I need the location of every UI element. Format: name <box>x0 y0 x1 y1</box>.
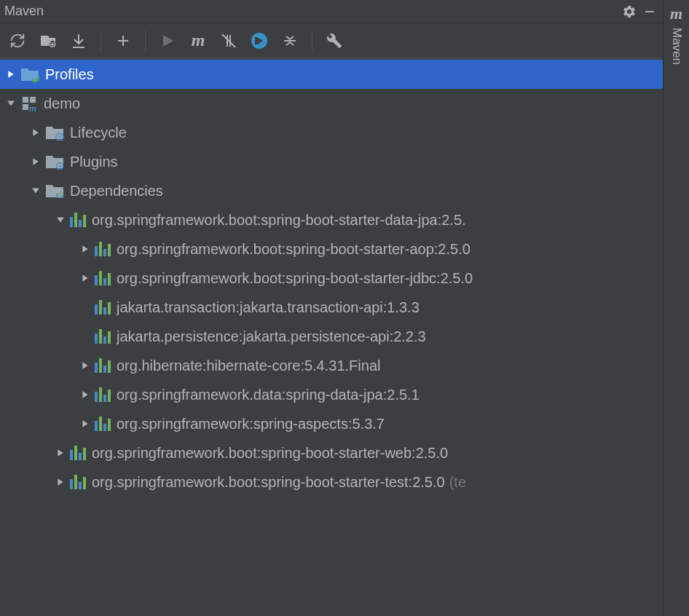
svg-marker-32 <box>82 275 87 282</box>
chevron-right-icon <box>29 155 42 168</box>
tree-label: jakarta.transaction:jakarta.transaction-… <box>117 299 420 316</box>
maven-settings-icon[interactable] <box>324 31 344 51</box>
toolbar-separator <box>101 31 101 51</box>
dependency-tree: Profiles m demo Lifecycle Plugins Depend… <box>0 58 663 616</box>
maven-m-icon: m <box>670 4 682 23</box>
tree-label: org.springframework.boot:spring-boot-sta… <box>92 445 448 462</box>
svg-marker-30 <box>57 217 64 222</box>
svg-marker-36 <box>58 449 63 457</box>
chevron-right-icon <box>54 446 67 459</box>
panel-title-bar: Maven <box>0 0 663 23</box>
maven-panel: Maven m Profiles m demo <box>0 0 663 616</box>
side-tab-label: Maven <box>669 28 684 65</box>
svg-marker-26 <box>32 188 39 193</box>
chevron-right-icon <box>29 126 42 139</box>
svg-marker-20 <box>33 129 38 136</box>
tree-item-project[interactable]: m demo <box>0 89 663 118</box>
toolbar-separator <box>145 31 146 51</box>
tree-label: org.springframework.data:spring-data-jpa… <box>117 387 420 403</box>
tree-label: org.springframework:spring-aspects:5.3.7 <box>117 416 385 433</box>
tree-item-dependency[interactable]: org.springframework.boot:spring-boot-sta… <box>0 234 663 264</box>
library-icon <box>95 358 111 373</box>
tree-item-dependencies[interactable]: Dependencies <box>0 176 663 205</box>
chevron-right-icon <box>79 242 92 256</box>
svg-marker-34 <box>82 391 87 398</box>
svg-point-22 <box>59 136 60 138</box>
panel-title: Maven <box>4 4 618 19</box>
toggle-offline-icon[interactable] <box>218 31 239 51</box>
add-project-icon[interactable] <box>113 31 133 51</box>
library-icon <box>95 271 111 285</box>
tree-item-dependency[interactable]: jakarta.persistence:jakarta.persistence-… <box>0 322 663 351</box>
project-icon: m <box>20 95 38 112</box>
tree-item-lifecycle[interactable]: Lifecycle <box>0 118 663 147</box>
tree-item-dependency[interactable]: org.springframework:spring-aspects:5.3.7 <box>0 409 663 438</box>
library-icon <box>70 446 86 460</box>
chevron-right-icon <box>79 417 92 430</box>
tree-item-dependency[interactable]: jakarta.transaction:jakarta.transaction-… <box>0 293 663 322</box>
library-icon <box>95 300 111 315</box>
download-sources-icon[interactable] <box>68 31 89 51</box>
run-icon[interactable] <box>157 31 178 51</box>
svg-marker-6 <box>163 35 173 47</box>
svg-marker-31 <box>82 245 87 253</box>
svg-point-25 <box>59 165 61 167</box>
maven-goal-icon[interactable]: m <box>188 31 208 51</box>
svg-rect-27 <box>56 194 58 198</box>
toolbar: m <box>0 23 663 58</box>
library-icon <box>95 242 111 256</box>
tree-label: demo <box>44 95 80 112</box>
chevron-right-icon <box>79 388 92 401</box>
minimize-icon[interactable] <box>641 3 658 20</box>
tree-label: org.hibernate:hibernate-core:5.4.31.Fina… <box>117 358 380 374</box>
tree-item-dependency[interactable]: org.springframework.boot:spring-boot-sta… <box>0 438 663 467</box>
dependencies-folder-icon <box>45 183 64 199</box>
settings-icon[interactable] <box>621 3 638 20</box>
collapse-all-icon[interactable] <box>280 31 300 51</box>
tree-label: Lifecycle <box>70 125 127 141</box>
tree-label: Plugins <box>70 154 118 170</box>
svg-rect-28 <box>59 191 61 198</box>
library-icon <box>70 475 86 489</box>
toolbar-separator <box>312 31 312 51</box>
chevron-right-icon <box>4 68 17 81</box>
tree-label: org.springframework.boot:spring-boot-sta… <box>117 241 471 258</box>
dependency-scope: (te <box>449 474 466 491</box>
tree-item-dependency[interactable]: org.hibernate:hibernate-core:5.4.31.Fina… <box>0 351 663 380</box>
svg-marker-37 <box>58 478 63 486</box>
tree-item-dependency[interactable]: org.springframework.boot:spring-boot-sta… <box>0 467 663 497</box>
plugins-folder-icon <box>45 154 64 170</box>
svg-rect-16 <box>23 97 28 103</box>
chevron-down-icon <box>4 97 17 110</box>
generate-sources-icon[interactable] <box>38 31 58 51</box>
chevron-down-icon <box>54 213 67 226</box>
skip-tests-icon[interactable] <box>249 31 269 51</box>
tree-label: org.springframework.boot:spring-boot-sta… <box>92 474 445 491</box>
library-icon <box>95 329 111 344</box>
tree-item-dependency[interactable]: org.springframework.boot:spring-boot-sta… <box>0 264 663 293</box>
reload-icon[interactable] <box>7 31 28 51</box>
svg-marker-14 <box>8 71 13 78</box>
profiles-folder-icon <box>20 66 39 82</box>
tree-item-dependency[interactable]: org.springframework.data:spring-data-jpa… <box>0 380 663 409</box>
tree-label: org.springframework.boot:spring-boot-sta… <box>117 270 473 287</box>
maven-side-tab[interactable]: m Maven <box>663 0 689 616</box>
svg-rect-12 <box>255 37 257 44</box>
tree-label: Dependencies <box>70 183 163 200</box>
tree-label: jakarta.persistence:jakarta.persistence-… <box>117 328 426 345</box>
lifecycle-folder-icon <box>45 125 64 141</box>
chevron-right-icon <box>54 475 67 489</box>
svg-text:m: m <box>29 104 36 112</box>
library-icon <box>95 416 111 431</box>
chevron-right-icon <box>79 359 92 372</box>
svg-rect-17 <box>30 97 36 103</box>
svg-rect-18 <box>23 104 28 110</box>
tree-label: org.springframework.boot:spring-boot-sta… <box>92 212 466 229</box>
chevron-down-icon <box>29 184 42 197</box>
tree-item-profiles[interactable]: Profiles <box>0 60 663 89</box>
tree-item-plugins[interactable]: Plugins <box>0 147 663 176</box>
svg-rect-29 <box>62 195 64 198</box>
svg-marker-15 <box>7 100 15 106</box>
tree-item-dependency[interactable]: org.springframework.boot:spring-boot-sta… <box>0 205 663 234</box>
svg-marker-35 <box>82 420 87 427</box>
